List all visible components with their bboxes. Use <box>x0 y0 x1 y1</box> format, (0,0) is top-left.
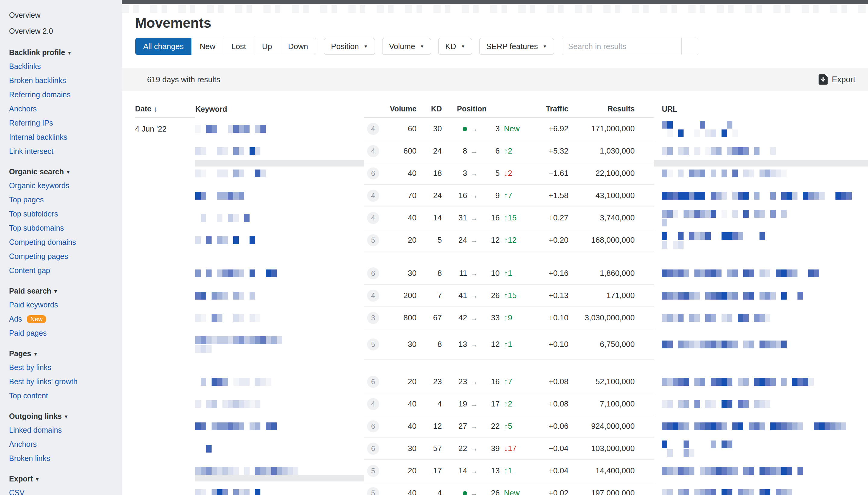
column-header-volume[interactable]: Volume <box>383 104 416 113</box>
badge-cell: 4 <box>364 212 383 224</box>
search-input[interactable] <box>562 38 682 55</box>
table-row: 5201714→13↑1+0.0414,400,000 <box>122 460 868 482</box>
position-cell: 41→26↑15 <box>442 291 517 300</box>
sidebar-item-content-gap[interactable]: Content gap <box>0 263 122 278</box>
row-count-badge: 4 <box>367 190 379 202</box>
sidebar-item-anchors[interactable]: Anchors <box>0 102 122 116</box>
redacted-url <box>662 378 868 386</box>
sidebar-item-link-intersect[interactable]: Link intersect <box>0 144 122 158</box>
sidebar-item-referring-domains[interactable]: Referring domains <box>0 88 122 102</box>
filter-tab-new[interactable]: New <box>191 38 223 55</box>
sidebar-item-broken-links[interactable]: Broken links <box>0 451 122 465</box>
results-value: 168,000,000 <box>569 236 654 245</box>
sidebar-section-backlink-profile[interactable]: Backlink profile▾ <box>0 44 122 59</box>
arrow-right-icon: → <box>467 340 481 349</box>
traffic-value: +0.13 <box>517 291 569 300</box>
chevron-down-icon: ▾ <box>65 413 67 420</box>
sidebar-item-paid-pages[interactable]: Paid pages <box>0 326 122 340</box>
sidebar-section-export[interactable]: Export▾ <box>0 470 122 486</box>
keyword-cell <box>195 307 364 329</box>
volume-value: 70 <box>383 191 416 200</box>
sidebar-item-competing-domains[interactable]: Competing domains <box>0 235 122 249</box>
sidebar-nav: OverviewOverview 2.0Backlink profile▾Bac… <box>0 7 122 495</box>
filter-tab-all-changes[interactable]: All changes <box>135 38 191 55</box>
redacted-keyword <box>195 170 364 177</box>
column-header-position[interactable]: Position <box>442 104 517 113</box>
column-header-kd[interactable]: KD <box>416 104 442 113</box>
sidebar-item-label: CSV <box>9 489 24 495</box>
position-to: 26 <box>481 291 500 300</box>
position-cell: 11→10↑1 <box>442 269 517 278</box>
date-cell <box>135 329 195 360</box>
position-change-badge: ↑2 <box>504 399 517 409</box>
sidebar-item-top-subfolders[interactable]: Top subfolders <box>0 207 122 221</box>
sidebar-item-referring-ips[interactable]: Referring IPs <box>0 116 122 130</box>
sidebar-item-linked-domains[interactable]: Linked domains <box>0 423 122 437</box>
chevron-down-icon: ▾ <box>34 351 37 357</box>
filter-dropdown-serp-features[interactable]: SERP features▼ <box>479 38 554 55</box>
sidebar-section-outgoing-links[interactable]: Outgoing links▾ <box>0 407 122 423</box>
export-button[interactable]: Export <box>819 74 855 85</box>
sidebar-item-organic-keywords[interactable]: Organic keywords <box>0 178 122 193</box>
position-cell: 14→13↑1 <box>442 466 517 475</box>
sidebar-item-backlinks[interactable]: Backlinks <box>0 59 122 73</box>
sidebar-item-label: Paid keywords <box>9 301 58 309</box>
url-cell <box>654 162 868 185</box>
download-icon <box>819 74 828 85</box>
sidebar-item-internal-backlinks[interactable]: Internal backlinks <box>0 130 122 144</box>
kd-value: 5 <box>416 236 442 245</box>
redacted-keyword <box>195 270 364 277</box>
position-cell: 42→33↑9 <box>442 313 517 323</box>
redacted-url <box>662 292 868 300</box>
filter-dropdown-position[interactable]: Position▼ <box>324 38 375 55</box>
position-to: 3 <box>481 124 500 133</box>
sidebar-section-pages[interactable]: Pages▾ <box>0 344 122 360</box>
redacted-url <box>662 441 868 448</box>
sidebar-item-top-pages[interactable]: Top pages <box>0 193 122 207</box>
column-header-url[interactable]: URL <box>654 100 868 118</box>
filter-tab-down[interactable]: Down <box>280 38 316 55</box>
sidebar-section-paid-search[interactable]: Paid search▾ <box>0 282 122 298</box>
date-cell <box>135 307 195 329</box>
sidebar-item-best-by-links-growth[interactable]: Best by links' growth <box>0 375 122 389</box>
sidebar-item-anchors[interactable]: Anchors <box>0 437 122 451</box>
row-count-badge: 3 <box>367 312 379 324</box>
column-header-keyword[interactable]: Keyword <box>195 100 364 118</box>
table-row: 38006742→33↑9+0.103,030,000,000 <box>122 307 868 329</box>
traffic-value: +6.92 <box>517 124 569 133</box>
position-cell: 24→12↑12 <box>442 236 517 245</box>
keyword-cell <box>195 482 364 495</box>
redacted-url <box>662 130 868 137</box>
arrow-right-icon: → <box>467 191 481 200</box>
position-change-badge: ↑2 <box>504 146 517 156</box>
sidebar-item-top-content[interactable]: Top content <box>0 389 122 403</box>
sidebar-item-overview-2-0[interactable]: Overview 2.0 <box>0 23 122 39</box>
traffic-value: +0.08 <box>517 399 569 409</box>
date-cell <box>135 140 195 162</box>
sidebar-item-top-subdomains[interactable]: Top subdomains <box>0 221 122 235</box>
results-value: 3,740,000 <box>569 213 654 222</box>
keyword-cell <box>195 415 364 438</box>
position-change-badge: ↑5 <box>504 422 517 431</box>
arrow-right-icon: → <box>467 422 481 430</box>
sidebar-item-csv[interactable]: CSV <box>0 486 122 495</box>
redacted-url <box>662 467 868 475</box>
sidebar-item-ads[interactable]: AdsNew <box>0 312 122 326</box>
redacted-keyword <box>195 423 364 430</box>
position-from: 42 <box>442 313 467 323</box>
sidebar-item-paid-keywords[interactable]: Paid keywords <box>0 298 122 312</box>
sidebar-item-best-by-links[interactable]: Best by links <box>0 360 122 375</box>
sidebar-item-broken-backlinks[interactable]: Broken backlinks <box>0 73 122 88</box>
column-header-results[interactable]: Results <box>569 104 654 113</box>
filter-dropdown-volume[interactable]: Volume▼ <box>382 38 431 55</box>
column-header-date[interactable]: Date ↓ <box>135 100 195 118</box>
sidebar-section-organic-search[interactable]: Organic search▾ <box>0 163 122 178</box>
filter-tab-up[interactable]: Up <box>254 38 280 55</box>
filter-tab-lost[interactable]: Lost <box>223 38 254 55</box>
position-to: 12 <box>481 236 500 245</box>
column-header-traffic[interactable]: Traffic <box>517 104 569 113</box>
position-from: 31 <box>442 213 467 222</box>
filter-dropdown-kd[interactable]: KD▼ <box>438 38 472 55</box>
sidebar-item-competing-pages[interactable]: Competing pages <box>0 249 122 263</box>
sidebar-item-overview[interactable]: Overview <box>0 7 122 23</box>
